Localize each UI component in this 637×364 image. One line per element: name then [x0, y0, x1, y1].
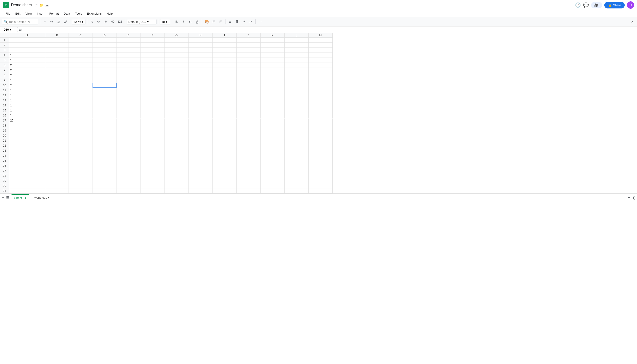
menu-format[interactable]: Format [47, 11, 61, 16]
cell-17-8[interactable] [189, 118, 213, 123]
cell-11-9[interactable] [213, 88, 237, 93]
cell-7-2[interactable] [46, 68, 69, 73]
cell-5-10[interactable] [237, 58, 260, 63]
cell-21-10[interactable] [237, 138, 260, 143]
cell-19-13[interactable] [308, 128, 332, 133]
cell-12-2[interactable] [46, 93, 69, 98]
cell-3-6[interactable] [141, 48, 165, 53]
cell-10-11[interactable] [260, 83, 284, 88]
cell-30-13[interactable] [308, 183, 332, 188]
menu-edit[interactable]: Edit [13, 11, 23, 16]
cell-15-10[interactable] [237, 108, 260, 113]
cell-18-11[interactable] [260, 123, 284, 128]
cell-26-7[interactable] [165, 163, 189, 168]
cell-5-7[interactable] [165, 58, 189, 63]
cell-4-8[interactable] [189, 53, 213, 58]
cell-14-2[interactable] [46, 103, 69, 108]
cell-24-1[interactable] [9, 153, 46, 158]
cell-15-1[interactable]: 1 [9, 108, 46, 113]
row-header-18[interactable]: 18 [0, 123, 9, 128]
cell-23-12[interactable] [284, 148, 308, 153]
cell-10-6[interactable] [141, 83, 165, 88]
cell-30-6[interactable] [141, 183, 165, 188]
cell-20-7[interactable] [165, 133, 189, 138]
cell-24-3[interactable] [69, 153, 93, 158]
cell-1-11[interactable] [260, 38, 284, 43]
cell-3-10[interactable] [237, 48, 260, 53]
cell-4-10[interactable] [237, 53, 260, 58]
cell-27-9[interactable] [213, 168, 237, 173]
cell-14-9[interactable] [213, 103, 237, 108]
cell-ref-chevron[interactable]: ▾ [10, 28, 12, 31]
cell-5-6[interactable] [141, 58, 165, 63]
font-size-dropdown[interactable]: 10▾ [160, 19, 170, 24]
valign-button[interactable]: ⇅ [234, 19, 240, 25]
cell-9-3[interactable] [69, 78, 93, 83]
row-header-15[interactable]: 15 [0, 108, 9, 113]
cell-16-8[interactable] [189, 113, 213, 118]
cell-25-8[interactable] [189, 158, 213, 163]
cell-1-7[interactable] [165, 38, 189, 43]
cell-8-8[interactable] [189, 73, 213, 78]
cell-26-13[interactable] [308, 163, 332, 168]
col-header-c[interactable]: C [69, 33, 93, 38]
cell-29-4[interactable] [93, 178, 117, 183]
cell-30-9[interactable] [213, 183, 237, 188]
cell-2-2[interactable] [46, 43, 69, 48]
comment-icon[interactable]: 💬 [583, 2, 589, 8]
col-header-d[interactable]: D [93, 33, 117, 38]
cell-18-7[interactable] [165, 123, 189, 128]
row-header-31[interactable]: 31 [0, 188, 9, 194]
row-header-22[interactable]: 22 [0, 143, 9, 148]
cell-31-13[interactable] [308, 188, 332, 194]
cell-23-7[interactable] [165, 148, 189, 153]
cell-19-8[interactable] [189, 128, 213, 133]
cell-7-12[interactable] [284, 68, 308, 73]
cell-26-11[interactable] [260, 163, 284, 168]
cell-4-4[interactable] [93, 53, 117, 58]
cell-16-3[interactable] [69, 113, 93, 118]
cell-11-6[interactable] [141, 88, 165, 93]
cell-13-2[interactable] [46, 98, 69, 103]
history-icon[interactable]: 🕐 [575, 2, 581, 8]
cell-30-4[interactable] [93, 183, 117, 188]
bold-button[interactable]: B [174, 19, 180, 24]
cell-13-9[interactable] [213, 98, 237, 103]
cell-8-13[interactable] [308, 73, 332, 78]
cell-3-5[interactable] [117, 48, 141, 53]
cell-19-6[interactable] [141, 128, 165, 133]
row-header-27[interactable]: 27 [0, 168, 9, 173]
cell-15-12[interactable] [284, 108, 308, 113]
cell-12-12[interactable] [284, 93, 308, 98]
cell-9-9[interactable] [213, 78, 237, 83]
cell-5-11[interactable] [260, 58, 284, 63]
cell-26-2[interactable] [46, 163, 69, 168]
cell-28-2[interactable] [46, 173, 69, 178]
cell-25-6[interactable] [141, 158, 165, 163]
cell-5-3[interactable] [69, 58, 93, 63]
cell-13-10[interactable] [237, 98, 260, 103]
row-header-19[interactable]: 19 [0, 128, 9, 133]
cell-28-11[interactable] [260, 173, 284, 178]
col-header-h[interactable]: H [189, 33, 213, 38]
cell-6-4[interactable] [93, 63, 117, 68]
cell-9-6[interactable] [141, 78, 165, 83]
cell-30-1[interactable] [9, 183, 46, 188]
cell-7-13[interactable] [308, 68, 332, 73]
paint-format-button[interactable]: 🖌 [62, 19, 68, 25]
cell-19-4[interactable] [93, 128, 117, 133]
cell-14-6[interactable] [141, 103, 165, 108]
undo-button[interactable]: ↩ [42, 19, 48, 25]
cell-7-4[interactable] [93, 68, 117, 73]
cell-16-5[interactable] [117, 113, 141, 118]
cell-11-3[interactable] [69, 88, 93, 93]
cell-27-5[interactable] [117, 168, 141, 173]
cell-10-10[interactable] [237, 83, 260, 88]
cell-31-9[interactable] [213, 188, 237, 194]
col-header-g[interactable]: G [165, 33, 189, 38]
col-header-i[interactable]: I [213, 33, 237, 38]
number-format-button[interactable]: 123 [117, 19, 123, 24]
cell-13-12[interactable] [284, 98, 308, 103]
cell-21-8[interactable] [189, 138, 213, 143]
cell-15-4[interactable] [93, 108, 117, 113]
